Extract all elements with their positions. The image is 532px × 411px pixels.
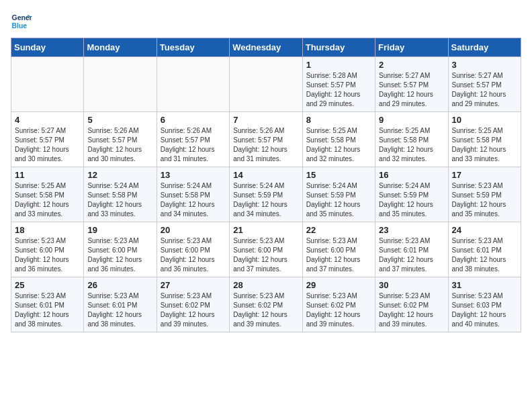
calendar-cell: 24Sunrise: 5:23 AM Sunset: 6:01 PM Dayli… (448, 222, 521, 277)
day-info: Sunrise: 5:23 AM Sunset: 6:02 PM Dayligh… (306, 291, 371, 329)
day-number: 21 (233, 225, 298, 235)
calendar-cell: 31Sunrise: 5:23 AM Sunset: 6:03 PM Dayli… (448, 277, 521, 332)
calendar-cell: 3Sunrise: 5:27 AM Sunset: 5:57 PM Daylig… (448, 57, 521, 112)
logo: General Blue (11, 11, 35, 32)
day-info: Sunrise: 5:24 AM Sunset: 5:59 PM Dayligh… (379, 181, 444, 219)
day-info: Sunrise: 5:23 AM Sunset: 6:02 PM Dayligh… (379, 291, 444, 329)
day-info: Sunrise: 5:23 AM Sunset: 6:00 PM Dayligh… (87, 236, 152, 274)
day-info: Sunrise: 5:23 AM Sunset: 6:01 PM Dayligh… (452, 236, 517, 274)
day-number: 22 (306, 225, 371, 235)
day-info: Sunrise: 5:23 AM Sunset: 6:01 PM Dayligh… (379, 236, 444, 274)
calendar-cell: 4Sunrise: 5:27 AM Sunset: 5:57 PM Daylig… (11, 112, 84, 167)
day-number: 1 (306, 60, 371, 70)
calendar-cell: 21Sunrise: 5:23 AM Sunset: 6:00 PM Dayli… (230, 222, 302, 277)
calendar-cell: 29Sunrise: 5:23 AM Sunset: 6:02 PM Dayli… (302, 277, 375, 332)
day-info: Sunrise: 5:26 AM Sunset: 5:57 PM Dayligh… (161, 126, 226, 164)
weekday-header-tuesday: Tuesday (157, 38, 229, 57)
day-info: Sunrise: 5:27 AM Sunset: 5:57 PM Dayligh… (452, 71, 517, 109)
day-number: 8 (306, 115, 371, 125)
day-info: Sunrise: 5:23 AM Sunset: 6:00 PM Dayligh… (233, 236, 298, 274)
calendar-cell (230, 57, 302, 112)
week-row-1: 1Sunrise: 5:28 AM Sunset: 5:57 PM Daylig… (11, 57, 521, 112)
weekday-header-saturday: Saturday (448, 38, 521, 57)
week-row-5: 25Sunrise: 5:23 AM Sunset: 6:01 PM Dayli… (11, 277, 521, 332)
day-info: Sunrise: 5:23 AM Sunset: 6:02 PM Dayligh… (161, 291, 226, 329)
calendar-cell: 16Sunrise: 5:24 AM Sunset: 5:59 PM Dayli… (375, 167, 448, 222)
day-number: 19 (87, 225, 152, 235)
day-info: Sunrise: 5:23 AM Sunset: 6:01 PM Dayligh… (87, 291, 152, 329)
calendar-cell: 27Sunrise: 5:23 AM Sunset: 6:02 PM Dayli… (157, 277, 229, 332)
day-number: 7 (233, 115, 298, 125)
day-number: 2 (379, 60, 444, 70)
calendar-cell (84, 57, 157, 112)
calendar-cell: 15Sunrise: 5:24 AM Sunset: 5:59 PM Dayli… (302, 167, 375, 222)
calendar-cell: 10Sunrise: 5:25 AM Sunset: 5:58 PM Dayli… (448, 112, 521, 167)
calendar-cell: 18Sunrise: 5:23 AM Sunset: 6:00 PM Dayli… (11, 222, 84, 277)
calendar-cell: 2Sunrise: 5:27 AM Sunset: 5:57 PM Daylig… (375, 57, 448, 112)
weekday-header-sunday: Sunday (11, 38, 84, 57)
day-number: 16 (379, 170, 444, 180)
day-info: Sunrise: 5:24 AM Sunset: 5:59 PM Dayligh… (306, 181, 371, 219)
weekday-header-row: SundayMondayTuesdayWednesdayThursdayFrid… (11, 38, 521, 57)
week-row-2: 4Sunrise: 5:27 AM Sunset: 5:57 PM Daylig… (11, 112, 521, 167)
day-info: Sunrise: 5:24 AM Sunset: 5:59 PM Dayligh… (233, 181, 298, 219)
weekday-header-thursday: Thursday (302, 38, 375, 57)
day-number: 30 (379, 280, 444, 290)
calendar-cell: 14Sunrise: 5:24 AM Sunset: 5:59 PM Dayli… (230, 167, 302, 222)
calendar-cell: 26Sunrise: 5:23 AM Sunset: 6:01 PM Dayli… (84, 277, 157, 332)
calendar-cell: 8Sunrise: 5:25 AM Sunset: 5:58 PM Daylig… (302, 112, 375, 167)
day-number: 3 (452, 60, 517, 70)
day-number: 13 (161, 170, 226, 180)
calendar-cell: 5Sunrise: 5:26 AM Sunset: 5:57 PM Daylig… (84, 112, 157, 167)
day-info: Sunrise: 5:25 AM Sunset: 5:58 PM Dayligh… (452, 126, 517, 164)
day-info: Sunrise: 5:26 AM Sunset: 5:57 PM Dayligh… (87, 126, 152, 164)
calendar-cell: 19Sunrise: 5:23 AM Sunset: 6:00 PM Dayli… (84, 222, 157, 277)
day-number: 26 (87, 280, 152, 290)
calendar-table: SundayMondayTuesdayWednesdayThursdayFrid… (11, 38, 521, 332)
calendar-cell: 30Sunrise: 5:23 AM Sunset: 6:02 PM Dayli… (375, 277, 448, 332)
day-info: Sunrise: 5:25 AM Sunset: 5:58 PM Dayligh… (15, 181, 80, 219)
calendar-cell (11, 57, 84, 112)
day-info: Sunrise: 5:24 AM Sunset: 5:58 PM Dayligh… (161, 181, 226, 219)
day-info: Sunrise: 5:27 AM Sunset: 5:57 PM Dayligh… (15, 126, 80, 164)
day-number: 24 (452, 225, 517, 235)
day-info: Sunrise: 5:26 AM Sunset: 5:57 PM Dayligh… (233, 126, 298, 164)
page-header: General Blue (11, 11, 521, 32)
week-row-3: 11Sunrise: 5:25 AM Sunset: 5:58 PM Dayli… (11, 167, 521, 222)
day-info: Sunrise: 5:23 AM Sunset: 5:59 PM Dayligh… (452, 181, 517, 219)
day-number: 20 (161, 225, 226, 235)
calendar-cell: 6Sunrise: 5:26 AM Sunset: 5:57 PM Daylig… (157, 112, 229, 167)
day-number: 11 (15, 170, 80, 180)
weekday-header-wednesday: Wednesday (230, 38, 302, 57)
calendar-cell: 11Sunrise: 5:25 AM Sunset: 5:58 PM Dayli… (11, 167, 84, 222)
day-number: 6 (161, 115, 226, 125)
calendar-cell: 13Sunrise: 5:24 AM Sunset: 5:58 PM Dayli… (157, 167, 229, 222)
day-number: 10 (452, 115, 517, 125)
day-number: 31 (452, 280, 517, 290)
calendar-cell: 9Sunrise: 5:25 AM Sunset: 5:58 PM Daylig… (375, 112, 448, 167)
day-info: Sunrise: 5:27 AM Sunset: 5:57 PM Dayligh… (379, 71, 444, 109)
day-number: 29 (306, 280, 371, 290)
day-number: 25 (15, 280, 80, 290)
calendar-cell: 28Sunrise: 5:23 AM Sunset: 6:02 PM Dayli… (230, 277, 302, 332)
day-info: Sunrise: 5:23 AM Sunset: 6:01 PM Dayligh… (15, 291, 80, 329)
day-number: 12 (87, 170, 152, 180)
day-number: 27 (161, 280, 226, 290)
day-number: 18 (15, 225, 80, 235)
day-number: 28 (233, 280, 298, 290)
calendar-cell: 12Sunrise: 5:24 AM Sunset: 5:58 PM Dayli… (84, 167, 157, 222)
day-info: Sunrise: 5:23 AM Sunset: 6:00 PM Dayligh… (15, 236, 80, 274)
calendar-cell: 20Sunrise: 5:23 AM Sunset: 6:00 PM Dayli… (157, 222, 229, 277)
calendar-cell: 23Sunrise: 5:23 AM Sunset: 6:01 PM Dayli… (375, 222, 448, 277)
day-info: Sunrise: 5:23 AM Sunset: 6:02 PM Dayligh… (233, 291, 298, 329)
day-info: Sunrise: 5:25 AM Sunset: 5:58 PM Dayligh… (306, 126, 371, 164)
day-number: 17 (452, 170, 517, 180)
day-info: Sunrise: 5:24 AM Sunset: 5:58 PM Dayligh… (87, 181, 152, 219)
day-number: 4 (15, 115, 80, 125)
day-number: 5 (87, 115, 152, 125)
svg-text:Blue: Blue (12, 22, 28, 30)
day-info: Sunrise: 5:23 AM Sunset: 6:03 PM Dayligh… (452, 291, 517, 329)
day-info: Sunrise: 5:28 AM Sunset: 5:57 PM Dayligh… (306, 71, 371, 109)
week-row-4: 18Sunrise: 5:23 AM Sunset: 6:00 PM Dayli… (11, 222, 521, 277)
day-info: Sunrise: 5:23 AM Sunset: 6:00 PM Dayligh… (306, 236, 371, 274)
